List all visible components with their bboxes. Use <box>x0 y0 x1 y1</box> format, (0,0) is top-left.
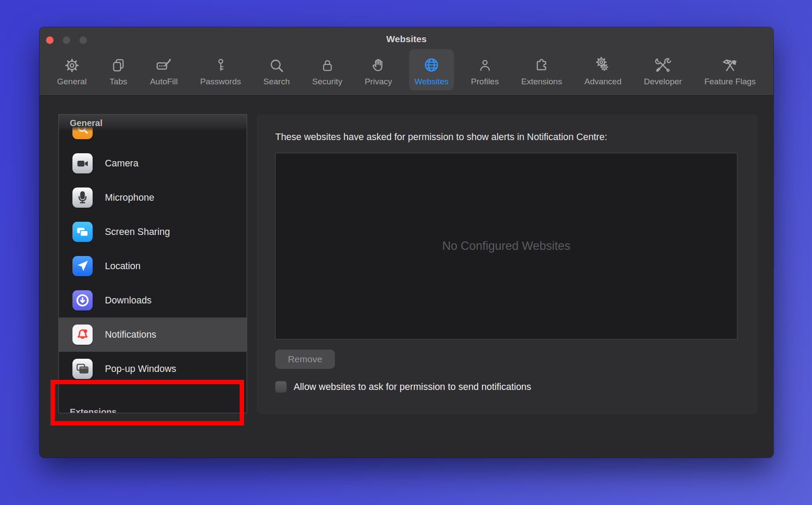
tab-websites[interactable]: Websites <box>409 49 454 90</box>
sidebar-item-label: Microphone <box>105 192 154 203</box>
gear-icon <box>64 55 80 74</box>
person-icon <box>477 55 493 74</box>
camera-icon <box>72 153 93 173</box>
annotation-highlight-box <box>50 380 244 426</box>
permission-instruction-text: These websites have asked for permission… <box>275 132 607 143</box>
tab-label: Passwords <box>200 77 241 87</box>
tabs-icon <box>110 55 127 74</box>
tab-general[interactable]: General <box>52 49 92 90</box>
tab-advanced[interactable]: Advanced <box>579 49 627 90</box>
microphone-icon <box>72 188 93 208</box>
window-title: Websites <box>40 34 773 44</box>
settings-toolbar: General Tabs <box>52 49 761 93</box>
sidebar-item-notifications[interactable]: Notifications <box>59 317 247 352</box>
tab-feature-flags[interactable]: Feature Flags <box>699 49 761 90</box>
tab-autofill[interactable]: AutoFill <box>145 49 183 90</box>
popup-windows-icon <box>72 359 93 379</box>
titlebar-toolbar: Websites General <box>40 27 773 96</box>
allow-permission-label: Allow websites to ask for permission to … <box>294 382 531 393</box>
sidebar-item-label: Notifications <box>105 329 156 340</box>
magnifier-icon <box>268 55 285 74</box>
tab-label: AutoFill <box>150 77 178 87</box>
tab-label: Profiles <box>471 77 499 87</box>
autofill-icon <box>155 55 172 74</box>
screen-sharing-icon <box>72 222 93 242</box>
tab-label: Advanced <box>584 77 622 87</box>
gears-icon <box>594 55 612 74</box>
tab-tabs[interactable]: Tabs <box>104 49 133 90</box>
tab-extensions[interactable]: Extensions <box>516 49 567 90</box>
tab-label: Developer <box>644 77 682 87</box>
notifications-panel: These websites have asked for permission… <box>257 114 758 414</box>
tab-passwords[interactable]: Passwords <box>195 49 246 90</box>
tab-label: Security <box>312 77 342 87</box>
tab-label: Extensions <box>521 77 562 87</box>
key-icon <box>213 55 229 74</box>
tab-label: Search <box>263 77 290 87</box>
sidebar-section-general: General <box>59 115 247 131</box>
sidebar-item-label: Screen Sharing <box>105 227 170 238</box>
tools-icon <box>654 55 672 74</box>
sidebar-item-location[interactable]: Location <box>59 249 247 283</box>
downloads-icon <box>72 290 93 310</box>
tab-search[interactable]: Search <box>258 49 295 90</box>
sidebar-list: Camera Microphone <box>59 114 247 386</box>
globe-icon <box>423 55 440 74</box>
tab-privacy[interactable]: Privacy <box>359 49 397 90</box>
lock-icon <box>320 55 335 74</box>
configured-websites-list[interactable]: No Configured Websites <box>275 153 737 339</box>
tab-profiles[interactable]: Profiles <box>466 49 504 90</box>
sidebar-item-label: Downloads <box>105 295 151 306</box>
location-icon <box>72 256 93 276</box>
allow-permission-checkbox[interactable] <box>275 381 287 393</box>
tab-label: General <box>57 77 87 87</box>
sidebar-item-downloads[interactable]: Downloads <box>59 283 247 317</box>
sidebar-item-microphone[interactable]: Microphone <box>59 180 247 215</box>
notifications-icon <box>72 325 93 345</box>
flags-icon <box>721 55 739 74</box>
tab-label: Tabs <box>110 77 127 87</box>
tab-developer[interactable]: Developer <box>639 49 687 90</box>
tab-label: Feature Flags <box>704 77 756 87</box>
sidebar-item-label: Camera <box>105 158 138 169</box>
safari-settings-window: Websites General <box>40 27 773 458</box>
hand-icon <box>370 55 387 74</box>
allow-permission-row: Allow websites to ask for permission to … <box>275 381 531 393</box>
tab-label: Privacy <box>365 77 392 87</box>
sidebar-item-label: Location <box>105 261 140 272</box>
sidebar-item-label: Pop-up Windows <box>105 364 176 375</box>
empty-list-placeholder: No Configured Websites <box>442 239 570 253</box>
puzzle-icon <box>533 55 550 74</box>
remove-button[interactable]: Remove <box>275 350 335 369</box>
tab-label: Websites <box>414 77 449 87</box>
tab-security[interactable]: Security <box>307 49 348 90</box>
sidebar-item-camera[interactable]: Camera <box>59 146 247 180</box>
websites-sidebar: General Camera <box>58 114 247 413</box>
sidebar-item-screen-sharing[interactable]: Screen Sharing <box>59 215 247 249</box>
settings-content: General Camera <box>40 96 773 458</box>
